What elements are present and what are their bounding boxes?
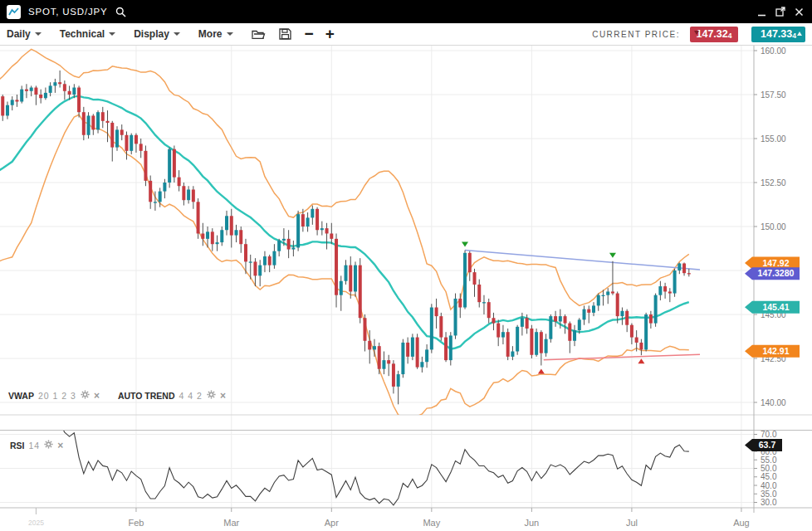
auto-trend-settings-gear-icon[interactable] [207,390,216,401]
auto-trend-remove-icon[interactable]: × [220,392,226,400]
candle [201,233,204,238]
candle [330,233,333,238]
candle [325,228,329,233]
candle [545,339,548,353]
candle [654,295,658,324]
candle [211,231,214,244]
candle [220,230,223,242]
candle [677,264,681,270]
candle [444,338,448,361]
buy-price-badge[interactable]: 147.334 [751,27,805,42]
candle [420,362,423,367]
window-titlebar: SPOT, USD/JPY [0,0,812,23]
menu-technical[interactable]: Technical [60,28,115,40]
buy-price-value: 147.33 [761,28,792,40]
candle [130,135,133,151]
candle [106,121,110,123]
month-label: Jun [525,518,540,528]
candle [11,100,14,105]
rsi-line [0,403,689,505]
svg-text:145.41: 145.41 [762,302,789,312]
candle [516,327,519,352]
rsi-value-badge: 63.7 [745,439,782,451]
menu-display[interactable]: Display [134,28,180,40]
price-tick-label: 160.00 [761,46,786,56]
candle [39,95,42,98]
buy-price-pip: 4 [792,32,796,40]
candle [568,324,571,341]
vwap-remove-icon[interactable]: × [94,392,100,400]
axis-badge-147.3280: 147.3280 [745,267,800,280]
candle [82,112,86,135]
svg-text:147.92: 147.92 [762,258,789,268]
candle [49,85,52,92]
zoom-in-button[interactable]: + [325,27,335,41]
open-layout-folder-icon[interactable] [252,28,266,40]
close-icon[interactable] [795,7,804,17]
candle [644,314,648,349]
candle [216,242,219,244]
candle [87,115,90,134]
candle [592,305,595,312]
chevron-down-icon [35,32,42,39]
candle [601,295,604,296]
candle [482,302,486,303]
price-chart-canvas[interactable]: 160.00157.50155.00152.50150.00147.50145.… [0,46,812,531]
candle [163,183,166,192]
vwap-settings-gear-icon[interactable] [81,390,90,401]
zoom-out-button[interactable]: − [305,27,314,41]
candle [401,343,404,374]
candle [554,316,557,321]
save-layout-icon[interactable] [279,28,291,40]
candle [253,261,257,275]
candle [291,247,295,249]
menu-timeframe-daily[interactable]: Daily [7,28,42,40]
candle [439,316,443,337]
candle [511,352,514,357]
sell-price-badge[interactable]: 147.324 [690,27,738,42]
svg-text:63.7: 63.7 [759,440,776,450]
candle [301,214,305,227]
minimize-icon[interactable] [757,7,766,17]
candle [501,332,505,337]
candle [125,135,128,151]
candle [1,96,4,115]
candle [477,285,481,302]
candle [611,291,614,293]
candle [354,266,357,292]
candle [335,239,338,295]
candle [663,286,667,291]
candle [72,88,76,95]
candle [306,217,310,227]
candle [587,309,590,313]
candle [658,286,662,295]
month-label: Jul [626,518,638,528]
rsi-settings-gear-icon[interactable] [44,440,53,451]
menu-more[interactable]: More [198,28,233,40]
candle [458,299,462,308]
candle [63,84,66,90]
candle [30,88,33,91]
rsi-legend-label: RSI [10,441,25,451]
candle [53,82,56,85]
svg-text:147.3280: 147.3280 [758,268,795,278]
rsi-remove-icon[interactable]: × [57,441,63,450]
candle [110,123,114,148]
candle [540,332,543,353]
month-label: Mar [223,518,239,528]
candle [135,135,138,144]
candle [120,129,124,134]
search-icon[interactable] [115,7,126,17]
sell-price-pip: 4 [728,32,732,40]
candle [44,93,47,98]
chart-toolbar: Daily Technical Display More − + CURRENT… [0,23,812,46]
candle [282,239,286,241]
candle [578,319,581,330]
candle [397,374,400,387]
rsi-legend-params: 14 [29,441,41,451]
candle [449,335,452,360]
candle [58,82,61,84]
candle [192,189,195,202]
candle [373,346,376,349]
popout-icon[interactable] [775,7,785,17]
